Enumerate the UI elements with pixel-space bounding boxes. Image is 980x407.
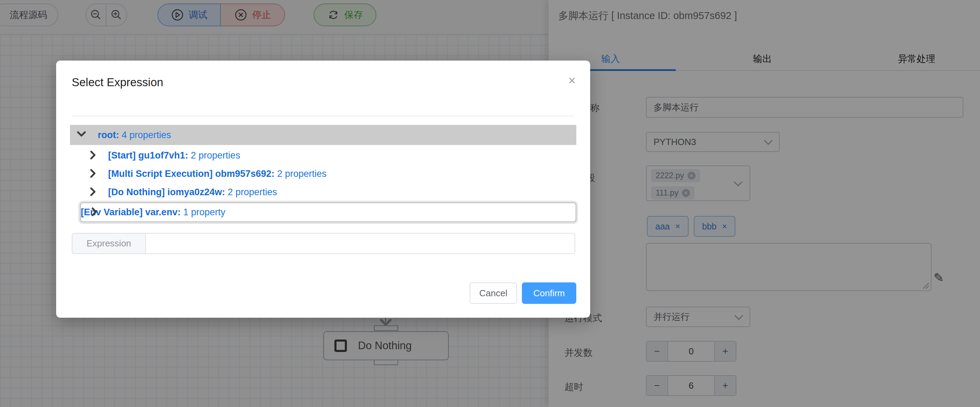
expression-tree: root: 4 properties [Start] gu1of7vh1: 2 … [70,125,576,222]
tree-node-count: 2 properties [191,150,240,161]
chevron-right-icon[interactable] [91,207,97,218]
tree-node-count: 2 properties [228,187,277,197]
tree-row-env-variable[interactable]: [Env Variable] var.env: 1 property [80,203,576,222]
close-icon[interactable]: × [568,74,576,87]
tree-row-root[interactable]: root: 4 properties [70,125,576,145]
tree-row-do-nothing[interactable]: [Do Nothing] iomya0z24w: 2 properties [70,183,576,201]
tree-node-key: root: [98,130,119,140]
expression-input[interactable] [146,234,574,253]
cancel-button[interactable]: Cancel [469,282,517,304]
expression-input-group: Expression [72,233,575,254]
modal-title: Select Expression [72,76,163,89]
app-root: 流程源码 调试 [0,0,980,407]
tree-node-count: 2 properties [277,169,327,179]
modal-divider [72,116,574,116]
tree-node-key: [Do Nothing] iomya0z24w: [108,187,225,197]
tree-node-count: 4 properties [122,130,171,140]
expression-addon-label: Expression [72,234,146,253]
chevron-right-icon[interactable] [90,150,96,161]
tree-node-key: [Multi Script Execution] obm957s692: [108,169,274,179]
tree-row-start[interactable]: [Start] gu1of7vh1: 2 properties [70,146,576,165]
chevron-down-icon[interactable] [77,131,86,139]
tree-node-key: [Start] gu1of7vh1: [108,150,188,161]
chevron-right-icon[interactable] [90,187,96,198]
tree-node-count: 1 property [183,207,226,217]
chevron-right-icon[interactable] [90,169,96,179]
confirm-button[interactable]: Confirm [522,282,576,304]
select-expression-modal: Select Expression × root: 4 properties [… [56,60,590,318]
tree-row-multi-script[interactable]: [Multi Script Execution] obm957s692: 2 p… [70,165,576,183]
